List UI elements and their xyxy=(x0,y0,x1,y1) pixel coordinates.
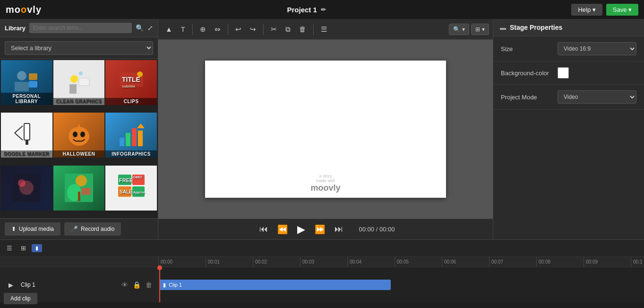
library-item-nature[interactable] xyxy=(53,166,105,211)
delete-button[interactable]: 🗑 xyxy=(296,23,309,35)
ruler-mark: 00:05 xyxy=(395,257,442,267)
clip-delete-button[interactable]: 🗑 xyxy=(146,281,152,289)
copy-button[interactable]: ⧉ xyxy=(282,23,294,36)
record-audio-button[interactable]: 🎤 Record audio xyxy=(64,222,121,236)
size-select[interactable]: Video 16:9 xyxy=(558,42,636,55)
clip-expand-button[interactable]: ▶ xyxy=(6,280,16,290)
search-dropdown[interactable]: 🔍 ▾ xyxy=(449,24,469,35)
skip-to-start-button[interactable]: ⏮ xyxy=(257,222,271,236)
clip-lock-button[interactable]: 🔒 xyxy=(133,281,141,289)
svg-point-19 xyxy=(80,132,85,137)
background-color-swatch[interactable] xyxy=(558,67,569,79)
svg-marker-24 xyxy=(137,123,145,128)
svg-point-4 xyxy=(70,75,78,83)
stage-logo: a story made with moovly xyxy=(310,174,340,193)
skip-to-end-button[interactable]: ⏭ xyxy=(332,222,346,236)
edit-title-icon[interactable]: ✏ xyxy=(321,6,326,13)
mic-icon: 🎤 xyxy=(71,226,78,232)
cut-button[interactable]: ✂ xyxy=(267,23,280,36)
ruler-mark: 00:01 xyxy=(206,257,253,267)
svg-rect-13 xyxy=(26,140,28,145)
expand-button[interactable]: ⤢ xyxy=(147,24,153,32)
upload-media-button[interactable]: ⬆ Upload media xyxy=(5,222,60,236)
rewind-button[interactable]: ⏪ xyxy=(275,222,291,237)
svg-point-30 xyxy=(76,175,87,186)
svg-rect-20 xyxy=(120,138,124,146)
stage-canvas[interactable]: a story made with moovly xyxy=(205,61,446,198)
main-area: Library 🔍 ⤢ Select a library xyxy=(0,19,644,239)
timeline-grid-view-button[interactable]: ⊞ xyxy=(18,243,29,253)
search-button[interactable]: 🔍 xyxy=(136,24,144,32)
clip-visibility-button[interactable]: 👁 xyxy=(121,281,128,289)
grid-dropdown[interactable]: ⊞ ▾ xyxy=(471,24,489,35)
ruler-mark: 00:08 xyxy=(536,257,584,267)
search-input[interactable] xyxy=(29,23,132,33)
svg-rect-6 xyxy=(79,78,89,86)
grid-icon: ⊞ xyxy=(475,26,480,33)
add-clip-area: Add clip xyxy=(0,302,644,308)
library-select[interactable]: Select a library xyxy=(5,41,153,55)
grid-dropdown-arrow: ▾ xyxy=(482,26,485,33)
left-panel: Library 🔍 ⤢ Select a library xyxy=(0,19,158,239)
library-item-sale[interactable]: FREE OMG! SALE Approved xyxy=(105,166,157,211)
ruler-mark: 00:02 xyxy=(253,257,300,267)
distribute-button[interactable]: ⇔ xyxy=(211,23,224,36)
topbar: moovly Project 1 ✏ Help ▾ Save ▾ xyxy=(0,0,644,19)
undo-button[interactable]: ↩ xyxy=(232,23,245,36)
clip-bar[interactable]: ▮ Clip 1 xyxy=(159,280,391,290)
save-button[interactable]: Save ▾ xyxy=(606,4,638,16)
center-area: ▲ T ⊕ ⇔ ↩ ↪ ✂ ⧉ 🗑 ☰ 🔍 ▾ ⊞ ▾ xyxy=(158,19,493,239)
fast-forward-button[interactable]: ⏩ xyxy=(312,222,328,237)
size-label: Size xyxy=(501,45,558,53)
project-mode-select[interactable]: Video xyxy=(558,90,636,104)
clip-bar-icon: ▮ xyxy=(163,282,166,288)
library-header: Library 🔍 ⤢ xyxy=(0,19,158,37)
library-item-doodle-marker[interactable]: DOODLE MARKER xyxy=(1,113,52,158)
svg-rect-3 xyxy=(29,81,37,88)
stage-properties-title: Stage Properties xyxy=(510,24,562,31)
search-icon: 🔍 xyxy=(453,26,460,33)
align-button[interactable]: ⊕ xyxy=(197,23,209,36)
media-buttons: ⬆ Upload media 🎤 Record audio xyxy=(0,218,158,239)
text-tool-button[interactable]: T xyxy=(178,23,189,35)
search-dropdown-arrow: ▾ xyxy=(462,26,465,33)
logo: moovly xyxy=(6,4,42,15)
svg-marker-17 xyxy=(77,123,81,130)
library-item-clips[interactable]: TITLE subtitle CLIPS xyxy=(105,60,157,105)
toolbar-separator-1 xyxy=(192,24,193,35)
right-panel: ▬ Stage Properties Size Video 16:9 Backg… xyxy=(493,19,644,239)
size-property-row: Size Video 16:9 xyxy=(493,36,644,62)
timeline-section: ☰ ⊞ ▮ 00:0000:0100:0200:0300:0400:0500:0… xyxy=(0,239,644,308)
timeline-list-view-button[interactable]: ☰ xyxy=(4,243,15,253)
bg-color-label: Background-color xyxy=(501,70,558,77)
stage-properties-header: ▬ Stage Properties xyxy=(493,19,644,36)
library-item-personal[interactable]: PERSONAL LIBRARY xyxy=(1,60,52,105)
background-color-row: Background-color xyxy=(493,62,644,85)
clip-position-indicator: ▮ xyxy=(32,244,42,252)
add-clip-button[interactable]: Add clip xyxy=(4,293,37,304)
svg-line-15 xyxy=(15,133,23,140)
library-item-dark[interactable] xyxy=(1,166,52,211)
redo-button[interactable]: ↪ xyxy=(247,23,259,36)
library-item-halloween[interactable]: HALLOWEEN xyxy=(53,113,105,158)
timeline-controls: ☰ ⊞ ▮ xyxy=(0,240,644,257)
svg-point-7 xyxy=(79,71,83,75)
svg-rect-12 xyxy=(24,123,30,140)
help-button[interactable]: Help ▾ xyxy=(571,4,602,16)
play-button[interactable]: ▶ xyxy=(294,221,308,238)
library-grid: PERSONAL LIBRARY CLEAN GRAPHICS xyxy=(0,59,158,218)
layers-button[interactable]: ☰ xyxy=(318,23,330,36)
minimize-icon[interactable]: ▬ xyxy=(500,24,506,31)
svg-rect-1 xyxy=(15,82,29,91)
toolbar-right: 🔍 ▾ ⊞ ▾ xyxy=(449,24,489,35)
ruler-mark: 00:06 xyxy=(442,257,489,267)
project-title: Project 1 ✏ xyxy=(287,6,326,14)
stage-wrapper: a story made with moovly xyxy=(158,40,493,219)
svg-rect-2 xyxy=(29,73,37,80)
svg-point-0 xyxy=(17,71,26,80)
svg-text:TITLE: TITLE xyxy=(122,76,140,83)
library-item-clean-graphics[interactable]: CLEAN GRAPHICS xyxy=(53,60,105,105)
select-tool-button[interactable]: ▲ xyxy=(162,23,176,35)
library-item-infographics[interactable]: INFOGRAPHICS xyxy=(105,113,157,158)
svg-line-14 xyxy=(15,126,23,133)
